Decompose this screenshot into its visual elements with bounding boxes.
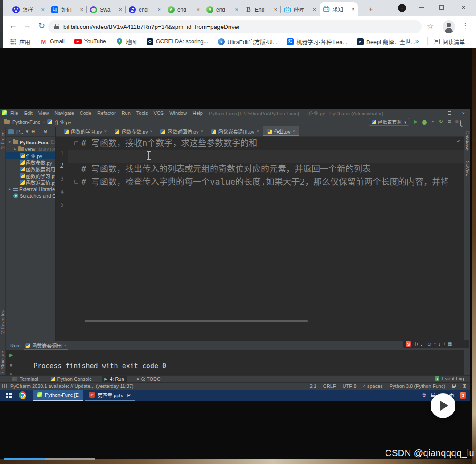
browser-update-icon[interactable]: ▾ xyxy=(398,4,406,12)
line-ending[interactable]: CRLF xyxy=(323,383,336,389)
video-progress-buffer[interactable] xyxy=(45,458,95,460)
tree-item-venv[interactable]: ▸ venv library root xyxy=(6,146,56,152)
https-lock-icon[interactable] xyxy=(54,26,59,29)
sogou-logo-icon[interactable]: S xyxy=(406,341,411,347)
video-progress-played[interactable] xyxy=(4,458,45,460)
taskbar-powerpoint-button[interactable]: P 第四章.pptx - Pow... xyxy=(85,390,135,401)
run-button[interactable]: ▶ xyxy=(412,118,419,125)
bookmark-apps[interactable]: 应用 xyxy=(9,37,30,46)
menu-vcs[interactable]: VCS xyxy=(154,110,164,116)
fold-marker-icon[interactable] xyxy=(74,141,78,145)
browser-tab[interactable]: e end × xyxy=(164,4,203,16)
project-view-label[interactable]: P... xyxy=(16,129,23,134)
rerun-button[interactable]: ▶ xyxy=(8,352,15,358)
menu-view[interactable]: View xyxy=(38,110,49,116)
coverage-button[interactable]: ↻ xyxy=(437,118,444,125)
url-text[interactable]: bilibili.com/video/BV1vA411b7Rn?p=34&spm… xyxy=(63,24,240,30)
bookmark-ultraedit[interactable]: e UltraEdit官方版-Ul... xyxy=(218,37,277,46)
chrome-taskbar-icon[interactable] xyxy=(19,391,26,399)
taskbar-pycharm-button[interactable]: Python-Func [E:\P... xyxy=(33,390,83,401)
tab-close-icon[interactable]: × xyxy=(274,6,277,13)
tree-item-file-selected[interactable]: 作业.py xyxy=(6,152,56,159)
tab-close-icon[interactable]: × xyxy=(257,129,259,134)
tree-item-file[interactable]: 函数返回值.py xyxy=(6,179,56,186)
breadcrumb-file[interactable]: 作业.py xyxy=(55,118,71,126)
tree-item-scratches[interactable]: Scratches and Consoles xyxy=(6,192,56,199)
browser-tab[interactable]: 怎样 × xyxy=(9,4,48,16)
tab-close-icon[interactable]: × xyxy=(104,129,107,134)
editor-tab[interactable]: 函数的学习.py × xyxy=(60,126,111,136)
fold-marker-icon[interactable] xyxy=(74,180,78,184)
code-line-1[interactable]: # 写函数，接收n个数字，求这些参数数字的和 xyxy=(81,137,464,150)
ime-lang-icon[interactable]: 中 xyxy=(414,341,418,347)
terminal-button[interactable]: >_ Terminal xyxy=(10,376,41,383)
pycharm-close-button[interactable]: × xyxy=(462,110,465,116)
bookmark-gcrflda[interactable]: O GCRFLDA: scoring... xyxy=(147,38,208,45)
tree-item-file[interactable]: 函数嵌套调用.py xyxy=(6,166,56,172)
pycharm-maximize-button[interactable] xyxy=(448,111,451,115)
locate-file-icon[interactable]: ⊕ xyxy=(31,129,35,134)
ime-emoji-icon[interactable]: ☺ xyxy=(427,342,431,346)
window-maximize-button[interactable] xyxy=(432,0,451,15)
menu-refactor[interactable]: Refactor xyxy=(97,110,116,116)
ime-download-icon[interactable]: ↓ xyxy=(439,342,441,346)
browser-tab-active[interactable]: 求知 × xyxy=(320,2,358,16)
back-icon[interactable]: ← xyxy=(9,21,17,30)
tab-close-icon[interactable]: × xyxy=(293,129,295,134)
tab-close-icon[interactable]: × xyxy=(351,6,355,12)
forward-icon[interactable]: → xyxy=(23,21,31,30)
tab-close-icon[interactable]: × xyxy=(312,6,316,13)
tree-item-external-libraries[interactable]: ▸ External Libraries xyxy=(6,186,56,192)
tab-close-icon[interactable]: × xyxy=(196,6,200,13)
collapse-all-icon[interactable]: ÷ xyxy=(38,129,41,134)
new-tab-button[interactable]: + xyxy=(365,4,377,15)
hector-icon[interactable]: ♜ xyxy=(462,383,467,389)
readonly-lock-icon[interactable] xyxy=(452,386,455,388)
stripe-sciview-button[interactable]: SciView xyxy=(465,161,470,176)
bookmark-youtube[interactable]: ▶ YouTube xyxy=(74,38,106,45)
reading-list-button[interactable]: 阅读清单 xyxy=(434,35,465,48)
tree-collapsed-icon[interactable]: ▸ xyxy=(13,147,17,151)
stop-button[interactable]: ■ xyxy=(8,362,15,368)
address-bar[interactable]: bilibili.com/video/BV1vA411b7Rn?p=34&spm… xyxy=(48,20,422,33)
editor-tab[interactable]: 函数参数.py × xyxy=(111,126,156,136)
python-console-button[interactable]: Python Console xyxy=(49,376,94,383)
pycharm-minimize-button[interactable]: – xyxy=(434,110,437,116)
tree-item-root[interactable]: ▼ Python-Func E:\Python xyxy=(6,139,56,146)
profiler-button[interactable]: ◔ xyxy=(429,118,436,125)
menu-run[interactable]: Run xyxy=(122,110,131,116)
browser-tab[interactable]: e end × xyxy=(203,4,242,16)
menu-code[interactable]: Code xyxy=(80,110,91,116)
window-minimize-button[interactable] xyxy=(412,0,431,15)
menu-window[interactable]: Window xyxy=(169,110,187,116)
horizontal-scrollbar[interactable] xyxy=(85,320,308,322)
indent-setting[interactable]: 4 spaces xyxy=(363,383,383,389)
run-panel-tab[interactable]: 函数嵌套调用 × xyxy=(24,341,68,350)
ime-board-icon[interactable]: ▦ xyxy=(448,342,452,346)
inspections-ok-icon[interactable]: ✔ xyxy=(456,138,460,144)
event-log-button[interactable]: 1 Event Log xyxy=(435,376,464,381)
editor-tab[interactable]: 函数返回值.py × xyxy=(156,126,207,136)
tab-close-icon[interactable]: × xyxy=(41,6,45,13)
toolwindow-switcher-icon[interactable] xyxy=(2,384,7,388)
tree-collapsed-icon[interactable]: ▸ xyxy=(8,187,12,191)
stripe-database-button[interactable]: Database xyxy=(465,131,470,151)
run-list-button[interactable]: ≡ xyxy=(446,118,453,125)
tab-close-icon[interactable]: × xyxy=(119,6,122,13)
menu-file[interactable]: File xyxy=(10,110,18,116)
bookmark-ml[interactable]: 知 机器学习-各种 Lea... xyxy=(287,37,347,46)
tab-close-icon[interactable]: × xyxy=(235,6,238,13)
console-output[interactable]: Process finished with exit code 0 xyxy=(33,362,166,370)
browser-tab[interactable]: 哔哩 × xyxy=(281,4,319,16)
debug-button[interactable] xyxy=(422,120,427,125)
browser-tab[interactable]: Swa × xyxy=(87,4,125,16)
breadcrumb-project[interactable]: Python-Func xyxy=(12,119,40,125)
browser-tab[interactable]: 知 如何 × xyxy=(48,4,86,16)
settings-gear-icon[interactable]: ⚙ xyxy=(43,129,48,134)
profile-avatar[interactable] xyxy=(443,20,455,33)
stripe-structure-button[interactable]: 7: Structure xyxy=(0,351,5,374)
ime-menu-icon[interactable]: ≡ xyxy=(434,342,436,346)
menu-navigate[interactable]: Navigate xyxy=(54,110,74,116)
editor-tab-active[interactable]: 作业.py × xyxy=(263,126,299,136)
menu-tools[interactable]: Tools xyxy=(136,110,148,116)
